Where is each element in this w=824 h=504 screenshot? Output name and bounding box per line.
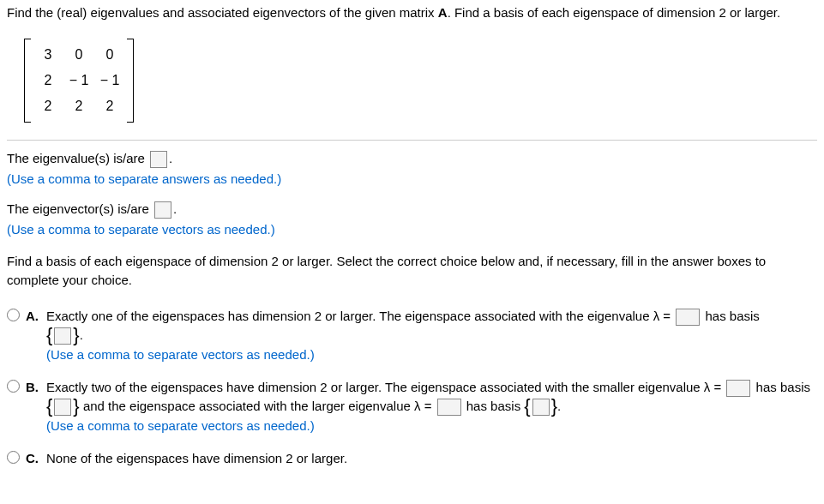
- choice-A-basis-group: {}.: [46, 326, 83, 345]
- matrix-cell: 2: [94, 93, 125, 119]
- matrix-row: 3 0 0: [33, 42, 125, 68]
- choice-A-body: Exactly one of the eigenspaces has dimen…: [46, 306, 817, 369]
- choice-A-radio[interactable]: [7, 309, 20, 321]
- eigenvalues-label-post: .: [169, 151, 172, 165]
- matrix-A: 3 0 0 2 − 1 − 1 2 2 2: [24, 39, 134, 123]
- choice-A-text3: .: [80, 327, 83, 342]
- eigenvectors-line: The eigenvector(s) is/are .: [7, 200, 817, 219]
- eigenvectors-hint: (Use a comma to separate vectors as need…: [7, 220, 817, 240]
- eigenvectors-label-post: .: [173, 201, 177, 216]
- eigenvectors-input[interactable]: [154, 201, 171, 219]
- eigenvalues-input[interactable]: [150, 151, 167, 168]
- eigenvectors-label-pre: The eigenvector(s) is/are: [7, 201, 153, 216]
- choice-A-text2: has basis: [701, 309, 760, 323]
- brace-right-icon: }: [551, 397, 557, 416]
- brace-left-icon: {: [46, 326, 52, 345]
- choice-B-basis2-input[interactable]: [532, 399, 550, 416]
- choice-B-row: B. Exactly two of the eigenspaces have d…: [7, 377, 817, 440]
- choice-A-basis-input[interactable]: [54, 327, 71, 345]
- choice-A-lambda-input[interactable]: [676, 309, 700, 326]
- choice-B-basis1-input[interactable]: [54, 399, 71, 416]
- choice-C-radio[interactable]: [7, 451, 20, 464]
- brace-left-icon: {: [46, 397, 52, 416]
- matrix-cell: − 1: [94, 68, 125, 93]
- matrix-cell: 2: [33, 68, 63, 93]
- eigenvalues-hint: (Use a comma to separate answers as need…: [7, 170, 817, 189]
- choice-B-text2: has basis: [756, 380, 810, 394]
- brace-left-icon: {: [524, 397, 530, 416]
- choice-B-basis2-group: {}: [524, 397, 557, 417]
- choice-B-hint: (Use a comma to separate vectors as need…: [46, 417, 817, 436]
- choice-B-text5: .: [557, 399, 561, 413]
- matrix-cell: 2: [33, 93, 63, 119]
- matrix-cell: 0: [94, 42, 125, 68]
- choice-B-radio[interactable]: [7, 380, 20, 393]
- choice-B-lambda1-input[interactable]: [726, 380, 750, 397]
- matrix-cell: 0: [63, 42, 94, 68]
- matrix-row: 2 − 1 − 1: [33, 68, 125, 93]
- choice-B-body: Exactly two of the eigenspaces have dime…: [46, 377, 817, 440]
- choice-A-text1: Exactly one of the eigenspaces has dimen…: [46, 309, 674, 323]
- choice-A-hint: (Use a comma to separate vectors as need…: [46, 345, 817, 365]
- choice-B-text4: has basis: [463, 399, 525, 413]
- prompt-text-2: . Find a basis of each eigenspace of dim…: [448, 5, 781, 20]
- section-divider: [7, 140, 817, 141]
- prompt-text-1: Find the (real) eigenvalues and associat…: [7, 5, 438, 20]
- eigenvalues-line: The eigenvalue(s) is/are .: [7, 149, 817, 169]
- choice-A-letter: A.: [26, 306, 46, 327]
- choice-C-body: None of the eigenspaces have dimension 2…: [46, 448, 817, 469]
- matrix-cell: − 1: [63, 68, 94, 93]
- matrix-cell: 3: [33, 42, 63, 68]
- matrix-cell: 2: [63, 93, 94, 119]
- brace-right-icon: }: [73, 397, 79, 416]
- question-prompt: Find the (real) eigenvalues and associat…: [7, 3, 817, 23]
- choice-B-lambda2-input[interactable]: [437, 399, 461, 416]
- matrix-right-bracket: [127, 39, 134, 123]
- matrix-left-bracket: [24, 39, 31, 123]
- matrix-row: 2 2 2: [33, 93, 125, 119]
- choice-B-text1: Exactly two of the eigenspaces have dime…: [46, 380, 725, 394]
- choice-A-row: A. Exactly one of the eigenspaces has di…: [7, 306, 817, 369]
- choice-B-letter: B.: [26, 377, 46, 398]
- choice-B-basis1-group: {}: [46, 397, 80, 417]
- choice-C-letter: C.: [26, 448, 46, 469]
- eigenvalues-label-pre: The eigenvalue(s) is/are: [7, 151, 148, 165]
- followup-instruction: Find a basis of each eigenspace of dimen…: [7, 252, 817, 291]
- brace-right-icon: }: [73, 326, 79, 345]
- matrix-symbol: A: [438, 5, 448, 20]
- choice-B-text3: and the eigenspace associated with the l…: [83, 399, 436, 413]
- matrix-body: 3 0 0 2 − 1 − 1 2 2 2: [31, 39, 127, 123]
- choice-C-text: None of the eigenspaces have dimension 2…: [46, 451, 347, 465]
- choice-C-row: C. None of the eigenspaces have dimensio…: [7, 448, 817, 470]
